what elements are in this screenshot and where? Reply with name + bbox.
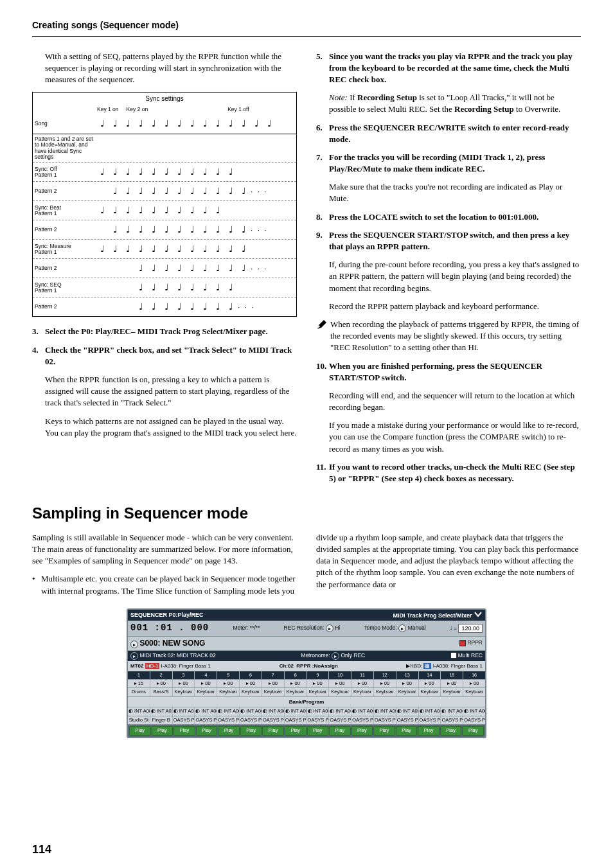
grid-cell[interactable]: OASYS Pi [373, 716, 396, 725]
grid-cell[interactable]: ◐ INT A000 [194, 707, 217, 716]
grid-cell[interactable]: OASYS Pi [463, 716, 485, 725]
grid-cell[interactable]: ▸ 00 [284, 680, 306, 688]
grid-cell[interactable]: Keyboar [396, 688, 418, 696]
grid-cell[interactable]: ◐ INT A000 [306, 707, 329, 716]
play-button[interactable]: Play [351, 726, 373, 736]
grid-cell[interactable]: 4 [194, 671, 217, 679]
grid-cell[interactable]: ◐ INT A000 [172, 707, 195, 716]
ss-recres-value[interactable]: Hi [335, 624, 340, 631]
grid-cell[interactable]: ▸ 00 [418, 680, 441, 688]
play-button[interactable]: Play [462, 726, 484, 736]
play-button[interactable]: Play [418, 726, 440, 736]
grid-cell[interactable]: OASYS Pi [172, 716, 195, 725]
grid-cell[interactable]: ◐ INT A000 [217, 707, 239, 716]
grid-cell[interactable]: OASYS Pi [239, 716, 262, 725]
popup-icon[interactable]: ▸ [326, 624, 333, 632]
grid-cell[interactable]: Keyboar [328, 688, 351, 696]
grid-cell[interactable]: 7 [262, 671, 284, 679]
menu-arrow-icon[interactable] [474, 611, 483, 617]
grid-cell[interactable]: ◐ INT A000 [463, 707, 485, 716]
grid-cell[interactable]: ▸ 00 [351, 680, 373, 688]
grid-cell[interactable]: Keyboar [351, 688, 373, 696]
grid-cell[interactable]: 6 [239, 671, 262, 679]
grid-cell[interactable]: Keyboar [172, 688, 195, 696]
metronome-value[interactable]: Only REC [341, 652, 365, 659]
grid-cell[interactable]: 1 [128, 671, 150, 679]
grid-cell[interactable]: 9 [306, 671, 329, 679]
grid-cell[interactable]: ◐ INT A038 [150, 707, 172, 716]
grid-cell[interactable]: OASYS Pi [284, 716, 306, 725]
grid-cell[interactable]: 5 [217, 671, 239, 679]
grid-cell[interactable]: Keyboar [239, 688, 262, 696]
grid-cell[interactable]: Keyboar [418, 688, 441, 696]
grid-cell[interactable]: ▸ 00 [463, 680, 485, 688]
grid-cell[interactable]: ◐ INT A000 [328, 707, 351, 716]
grid-cell[interactable]: 10 [328, 671, 351, 679]
play-button[interactable]: Play [396, 726, 418, 736]
grid-cell[interactable]: OASYS Pi [396, 716, 418, 725]
grid-cell[interactable]: Bass/S [150, 688, 172, 696]
popup-icon[interactable]: ▸ [332, 652, 339, 660]
popup-icon[interactable]: ▸ [130, 641, 138, 648]
grid-cell[interactable]: ▸ 00 [440, 680, 463, 688]
grid-cell[interactable]: OASYS Pi [328, 716, 351, 725]
grid-cell[interactable]: 12 [373, 671, 396, 679]
play-button[interactable]: Play [285, 726, 306, 736]
grid-cell[interactable]: 2 [150, 671, 172, 679]
grid-cell[interactable]: Keyboar [373, 688, 396, 696]
mt-prog[interactable]: I-A038: Finger Bass 1 [161, 663, 211, 669]
grid-cell[interactable]: ◐ INT A000 [262, 707, 284, 716]
grid-cell[interactable]: Keyboar [463, 688, 485, 696]
grid-cell[interactable]: ◐ INT A000 [351, 707, 373, 716]
grid-cell[interactable]: ▸ 00 [306, 680, 329, 688]
grid-cell[interactable]: ◐ INT A000 [239, 707, 262, 716]
grid-cell[interactable]: OASYS Pi [351, 716, 373, 725]
grid-cell[interactable]: ▸ 00 [396, 680, 418, 688]
grid-cell[interactable]: 15 [440, 671, 463, 679]
grid-cell[interactable]: Studio St [128, 716, 150, 725]
grid-cell[interactable]: OASYS Pi [440, 716, 463, 725]
grid-cell[interactable]: ◐ INT A000 [396, 707, 418, 716]
grid-cell[interactable]: OASYS Pi [262, 716, 284, 725]
grid-cell[interactable]: Keyboar [194, 688, 217, 696]
grid-cell[interactable]: ▸ 00 [217, 680, 239, 688]
play-button[interactable]: Play [307, 726, 329, 736]
play-button[interactable]: Play [262, 726, 284, 736]
ss-tempomode-value[interactable]: Manual [408, 624, 426, 631]
grid-cell[interactable]: Keyboar [262, 688, 284, 696]
play-button[interactable]: Play [440, 726, 462, 736]
grid-cell[interactable]: Finger B [150, 716, 172, 725]
multirec-checkbox[interactable] [450, 652, 457, 659]
grid-cell[interactable]: ▸ 00 [150, 680, 172, 688]
grid-cell[interactable]: ▸ 00 [328, 680, 351, 688]
grid-cell[interactable]: ▸ 00 [239, 680, 262, 688]
play-button[interactable]: Play [196, 726, 218, 736]
ss-locator[interactable]: 001 :01 . 000 [130, 622, 209, 635]
grid-cell[interactable]: ◐ INT A000 [440, 707, 463, 716]
grid-cell[interactable]: OASYS Pi [306, 716, 329, 725]
grid-cell[interactable]: ◐ INT A000 [284, 707, 306, 716]
grid-cell[interactable]: Keyboar [217, 688, 239, 696]
grid-cell[interactable]: OASYS Pi [194, 716, 217, 725]
kbd-prog[interactable]: I-A038: Finger Bass 1 [433, 663, 483, 669]
play-button[interactable]: Play [173, 726, 195, 736]
grid-cell[interactable]: ▸ 00 [373, 680, 396, 688]
grid-cell[interactable]: Keyboar [306, 688, 329, 696]
song-name[interactable]: S000: NEW SONG [139, 639, 205, 648]
tempo-input[interactable]: 120.00 [458, 624, 483, 633]
grid-cell[interactable]: 8 [284, 671, 306, 679]
grid-cell[interactable]: 3 [172, 671, 195, 679]
grid-cell[interactable]: ▸ 00 [262, 680, 284, 688]
grid-cell[interactable]: 14 [418, 671, 441, 679]
grid-cell[interactable]: ◐ INT A084 [128, 707, 150, 716]
play-button[interactable]: Play [218, 726, 240, 736]
grid-cell[interactable]: ▸ 00 [172, 680, 195, 688]
grid-cell[interactable]: Keyboar [284, 688, 306, 696]
ss-meter[interactable]: Meter: **/** [233, 624, 260, 632]
play-button[interactable]: Play [152, 726, 173, 736]
grid-cell[interactable]: Drums [128, 688, 150, 696]
grid-cell[interactable]: ▸ 00 [194, 680, 217, 688]
grid-cell[interactable]: ◐ INT A000 [418, 707, 441, 716]
rppr-checkbox[interactable] [459, 640, 466, 646]
play-button[interactable]: Play [329, 726, 351, 736]
